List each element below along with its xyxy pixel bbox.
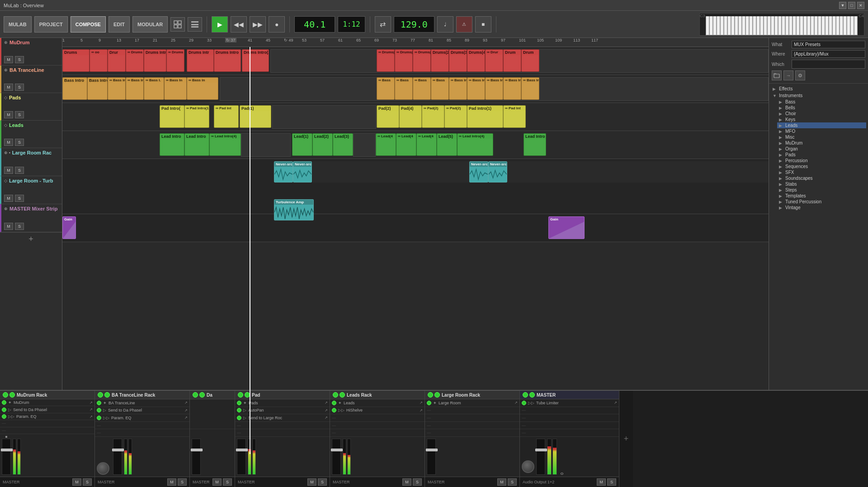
- clip-drums-intro3[interactable]: Drums Intro: [214, 49, 241, 72]
- slot-batranceline-1[interactable]: ✦ BA TranceLine ↗: [95, 399, 189, 407]
- solo-button-master[interactable]: S: [15, 223, 24, 230]
- clip-pads-2b[interactable]: ∞ Pad(2): [444, 105, 467, 128]
- tree-item-stabs[interactable]: ▶ Stabs: [777, 181, 866, 187]
- fader-handle-master[interactable]: [535, 449, 547, 451]
- clip-pads-intro2[interactable]: ∞ Pad Intro(1): [184, 105, 209, 128]
- fader-pad[interactable]: [237, 439, 246, 475]
- tree-item-percussion[interactable]: ▶ Percussion: [777, 158, 866, 164]
- clip-bass-in1[interactable]: ∞ Bass In: [449, 77, 467, 100]
- mute-button-mudrums[interactable]: M: [4, 56, 13, 63]
- clip-pads-1[interactable]: Pad(1): [240, 105, 271, 128]
- clip-pads-2a[interactable]: ∞ Pad(2): [422, 105, 444, 128]
- solo-ch-ba[interactable]: S: [178, 478, 187, 486]
- clip-drums-intro4[interactable]: Drums Intro(2): [242, 49, 269, 72]
- mute-button-leads[interactable]: M: [4, 139, 13, 146]
- clip-bass-3[interactable]: ∞ Bass: [413, 77, 431, 100]
- slot-pad-1[interactable]: ✦ Pads ↗: [235, 399, 330, 407]
- clip-leads-intro4[interactable]: ∞ Lead Intro(4): [457, 133, 493, 156]
- tree-item-mudrum[interactable]: ▶ MuDrum: [777, 140, 866, 146]
- tree-item-organ[interactable]: ▶ Organ: [777, 146, 866, 152]
- solo-button-pads[interactable]: S: [15, 111, 24, 118]
- tree-item-choir[interactable]: ▶ Choir: [777, 111, 866, 117]
- clip-drums-drur3[interactable]: Drum: [503, 49, 521, 72]
- mute-button-batranceline[interactable]: M: [4, 84, 13, 91]
- grid-view-button[interactable]: [170, 17, 185, 32]
- clip-bass-intro6[interactable]: ∞ Bass In: [164, 77, 187, 100]
- clip-never-src-3[interactable]: Never-src: [469, 161, 488, 183]
- clip-leads-4c[interactable]: ∞ Lead(4: [416, 133, 437, 156]
- fader-handle-da[interactable]: [191, 449, 203, 451]
- clip-bass-intro4[interactable]: ∞ Bass In: [126, 77, 144, 100]
- settings-icon-btn[interactable]: ⚙: [795, 70, 805, 80]
- clip-bass-intro3[interactable]: ∞ Bass In: [108, 77, 126, 100]
- metronome-button[interactable]: ♩: [437, 16, 453, 33]
- mute-ch-ba[interactable]: M: [167, 478, 176, 486]
- fader-leads[interactable]: [332, 439, 341, 475]
- clip-leads-intro5[interactable]: Lead Intro: [524, 133, 546, 156]
- close-button[interactable]: ✕: [857, 2, 864, 9]
- clip-leads-intro2[interactable]: Lead Intro: [184, 133, 209, 156]
- record-arm-button[interactable]: ⚠: [456, 16, 472, 33]
- play-button[interactable]: ▶: [212, 16, 228, 33]
- mute-ch-master[interactable]: M: [597, 478, 606, 486]
- clip-drums-drur[interactable]: Drur: [108, 49, 126, 72]
- maximize-button[interactable]: □: [848, 2, 855, 9]
- clip-drums-2a[interactable]: Drums(2): [431, 49, 449, 72]
- fader-handle-lr[interactable]: [426, 449, 438, 451]
- solo-ch-leads[interactable]: S: [413, 478, 422, 486]
- tree-item-tuned-percussion[interactable]: ▶ Tuned Percussion: [777, 199, 866, 205]
- clip-drums-5[interactable]: ∞ Drums(: [377, 49, 395, 72]
- clip-leads-4b[interactable]: ∞ Lead(4: [396, 133, 416, 156]
- arrow-icon-btn[interactable]: →: [783, 70, 793, 80]
- mute-ch-da[interactable]: M: [212, 478, 222, 486]
- clip-drums-drur4[interactable]: Drum: [521, 49, 539, 72]
- fader-handle-leads[interactable]: [331, 449, 343, 451]
- folder-icon-btn[interactable]: [772, 70, 782, 80]
- clip-drums-drur2[interactable]: ∞ Drur: [485, 49, 503, 72]
- tree-item-keys[interactable]: ▶ Keys: [777, 117, 866, 122]
- clip-bass-in5[interactable]: ∞ Bass In: [521, 77, 539, 100]
- rewind-button[interactable]: ◀◀: [231, 16, 247, 33]
- slot-leads-2[interactable]: ▷▷ HiShelve ↗: [330, 407, 425, 415]
- minimize-button[interactable]: ▼: [839, 2, 846, 9]
- clip-bass-intro7[interactable]: ∞ Bass In: [187, 77, 218, 100]
- clip-pads-intro1[interactable]: Pad Intro(: [160, 105, 184, 128]
- fader-lr[interactable]: [427, 439, 436, 475]
- fader-handle-ba[interactable]: [112, 449, 124, 451]
- mute-ch-lr[interactable]: M: [497, 478, 506, 486]
- solo-ch-lr[interactable]: S: [508, 478, 517, 486]
- tree-item-steps[interactable]: ▶ Steps: [777, 187, 866, 193]
- tree-item-sequences[interactable]: ▶ Sequences: [777, 164, 866, 169]
- clip-leads-intro1[interactable]: Lead Intro: [160, 133, 184, 156]
- mute-button-master[interactable]: M: [4, 223, 13, 230]
- list-view-button[interactable]: [188, 17, 202, 32]
- compose-button[interactable]: COMPOSE: [71, 16, 106, 33]
- clip-bass-1[interactable]: ∞ Bass: [377, 77, 395, 100]
- tree-item-mfo[interactable]: ▶ MFO: [777, 128, 866, 134]
- mixer-slot-mudrum-3[interactable]: ▷▷ Param. EQ ↗: [0, 413, 94, 420]
- mute-btn-ch-mudrum[interactable]: M: [72, 478, 81, 486]
- clip-never-src-1[interactable]: Never-src: [274, 161, 293, 183]
- clip-bass-intro5[interactable]: ∞ Bass I.: [144, 77, 164, 100]
- tree-item-vintage[interactable]: ▶ Vintage: [777, 205, 866, 211]
- clip-drums-2[interactable]: ∞ oo: [90, 49, 108, 72]
- fader-track-mudrum[interactable]: [2, 439, 11, 475]
- tree-item-bass[interactable]: ▶ Bass: [777, 99, 866, 105]
- clip-drums-1[interactable]: Drums: [62, 49, 90, 72]
- fader-ba[interactable]: [113, 439, 122, 475]
- clip-bass-4[interactable]: ∞ Bass: [431, 77, 449, 100]
- add-channel-button[interactable]: +: [619, 391, 633, 487]
- tree-item-templates[interactable]: ▶ Templates: [777, 193, 866, 199]
- clip-never-src-4[interactable]: Never-src: [488, 161, 507, 183]
- tree-item-soundscapes[interactable]: ▶ Soundscapes: [777, 175, 866, 181]
- solo-button-batranceline[interactable]: S: [15, 84, 24, 91]
- tree-item-pads[interactable]: ▶ Pads: [777, 152, 866, 158]
- mixer-slot-mudrum-1[interactable]: ✦ MuDrum ↗: [0, 399, 94, 406]
- which-input[interactable]: [792, 60, 865, 69]
- clip-drums-4[interactable]: ∞ Drums: [166, 49, 184, 72]
- fader-handle-pad[interactable]: [236, 449, 248, 451]
- clip-drums-3[interactable]: ∞ Drums: [126, 49, 144, 72]
- fader-master[interactable]: [536, 439, 545, 475]
- clip-leads-4a[interactable]: ∞ Lead(4: [376, 133, 396, 156]
- clip-gain-1[interactable]: Gain: [62, 216, 76, 239]
